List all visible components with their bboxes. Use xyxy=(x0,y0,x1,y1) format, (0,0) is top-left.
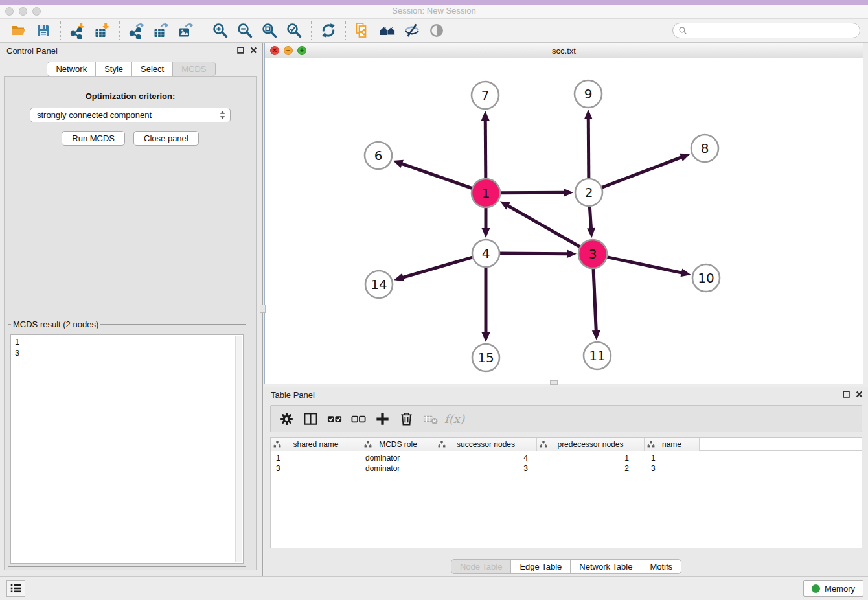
save-button[interactable] xyxy=(31,20,56,41)
graph-edge-1-2[interactable] xyxy=(499,192,565,193)
show-panel-icon xyxy=(428,22,445,39)
column-header-shared-name[interactable]: shared name xyxy=(271,438,361,451)
graph-edge-1-7[interactable] xyxy=(485,119,486,180)
zoom-in-button[interactable] xyxy=(208,20,233,41)
columns-icon xyxy=(303,411,319,427)
import-network-button[interactable] xyxy=(65,20,90,41)
table-row[interactable]: 1dominator411 xyxy=(271,453,862,463)
mcds-result-text[interactable]: 1 3 xyxy=(11,335,243,360)
tab-node-table[interactable]: Node Table xyxy=(451,559,512,574)
float-panel-icon[interactable] xyxy=(237,47,244,54)
table-panel-title: Table Panel xyxy=(271,390,315,400)
close-panel-icon[interactable] xyxy=(250,47,257,54)
add-row-button[interactable] xyxy=(371,407,394,430)
column-type-icon xyxy=(364,441,372,448)
scrollbar-track[interactable] xyxy=(235,336,242,562)
tab-network[interactable]: Network xyxy=(47,62,96,76)
open-folder-button[interactable] xyxy=(6,20,31,41)
search-field[interactable] xyxy=(672,23,860,38)
graph-edge-1-6[interactable] xyxy=(401,163,474,189)
task-history-button[interactable] xyxy=(6,580,25,597)
close-panel-icon[interactable] xyxy=(856,391,863,398)
graph-edge-3-11[interactable] xyxy=(593,267,596,332)
graph-edge-2-9[interactable] xyxy=(588,118,589,180)
apply-layout-button[interactable] xyxy=(316,20,341,41)
table-toolbar: f(x) xyxy=(270,405,862,432)
control-panel-controls xyxy=(237,47,257,54)
tab-network-table[interactable]: Network Table xyxy=(570,559,641,574)
import-table-button[interactable] xyxy=(90,20,115,41)
run-mcds-button[interactable]: Run MCDS xyxy=(62,131,125,146)
hide-panel-button[interactable] xyxy=(400,20,424,41)
zoom-fit-button[interactable] xyxy=(257,20,282,41)
status-bar: Memory xyxy=(0,576,868,600)
graph-edge-4-3[interactable] xyxy=(498,253,568,254)
tab-edge-table[interactable]: Edge Table xyxy=(510,559,571,574)
tab-motifs[interactable]: Motifs xyxy=(641,559,681,574)
splitter-grip-horizontal[interactable] xyxy=(550,380,558,385)
column-header-predecessor-nodes[interactable]: predecessor nodes xyxy=(537,438,645,451)
select-all-button[interactable] xyxy=(323,407,347,430)
column-header-name[interactable]: name xyxy=(645,438,700,451)
graph-edge-2-3[interactable] xyxy=(589,205,591,229)
memory-button[interactable]: Memory xyxy=(803,580,863,597)
gear-button[interactable] xyxy=(275,407,299,430)
zoom-out-button[interactable] xyxy=(233,20,257,41)
optimization-criterion-value: strongly connected component xyxy=(37,110,220,120)
hide-panel-icon xyxy=(404,22,420,39)
graph-edge-3-1[interactable] xyxy=(507,205,582,248)
search-icon xyxy=(678,26,688,36)
toolbar-icon-group xyxy=(6,19,449,42)
graph-edge-4-14[interactable] xyxy=(402,257,474,277)
cell-successor-nodes: 3 xyxy=(435,463,537,474)
graph-edge-arrowhead xyxy=(481,111,490,121)
graph-node-label: 2 xyxy=(585,185,593,200)
export-image-button[interactable] xyxy=(174,20,198,41)
cell-shared-name: 1 xyxy=(271,453,361,463)
column-header-mcds-role[interactable]: MCDS role xyxy=(361,438,435,451)
columns-button[interactable] xyxy=(299,407,323,430)
splitter-grip-vertical[interactable] xyxy=(260,305,266,313)
close-panel-button[interactable]: Close panel xyxy=(133,131,199,146)
cell-successor-nodes: 4 xyxy=(435,453,537,463)
graph-node-label: 10 xyxy=(698,270,714,286)
window-top-border xyxy=(0,0,868,5)
tab-select[interactable]: Select xyxy=(131,62,173,76)
tab-mcds[interactable]: MCDS xyxy=(172,62,215,76)
float-panel-icon[interactable] xyxy=(843,391,850,398)
delete-table-icon xyxy=(422,411,439,427)
column-type-icon xyxy=(647,441,655,448)
open-folder-icon xyxy=(10,22,27,39)
column-header-successor-nodes[interactable]: successor nodes xyxy=(435,438,537,451)
home-button[interactable] xyxy=(375,20,400,41)
export-network-button[interactable] xyxy=(124,20,149,41)
select-stepper-icon xyxy=(220,110,225,120)
graph-node-label: 14 xyxy=(371,277,387,292)
graph-edge-arrowhead xyxy=(587,228,595,238)
optimization-criterion-select[interactable]: strongly connected component xyxy=(30,108,231,122)
graph-node-label: 3 xyxy=(589,246,597,262)
search-input[interactable] xyxy=(691,25,854,36)
delete-row-button[interactable] xyxy=(394,407,418,430)
toolbar-separator xyxy=(60,21,61,40)
deselect-all-button[interactable] xyxy=(347,407,371,430)
graph-node-label: 15 xyxy=(477,350,494,365)
graph-edge-3-10[interactable] xyxy=(606,257,683,273)
column-type-icon xyxy=(438,441,446,448)
graph-edge-arrowhead xyxy=(584,110,593,119)
table-row[interactable]: 3dominator323 xyxy=(271,463,862,474)
export-table-button[interactable] xyxy=(149,20,174,41)
tab-style[interactable]: Style xyxy=(95,62,132,76)
control-panel-header: Control Panel xyxy=(0,43,262,58)
network-window-titlebar[interactable]: ✕ − + scc.txt xyxy=(265,43,863,58)
clone-network-button[interactable] xyxy=(350,20,375,41)
add-row-icon xyxy=(374,411,391,427)
export-image-icon xyxy=(177,22,194,39)
cell-name: 1 xyxy=(645,453,700,463)
zoom-selected-button[interactable] xyxy=(282,20,306,41)
network-canvas[interactable]: 7968124314101511 xyxy=(265,58,863,384)
graph-edge-2-8[interactable] xyxy=(600,157,683,188)
show-panel-button[interactable] xyxy=(424,20,449,41)
graph-edge-arrowhead xyxy=(680,269,691,277)
titlebar: Session: New Session xyxy=(0,5,868,18)
